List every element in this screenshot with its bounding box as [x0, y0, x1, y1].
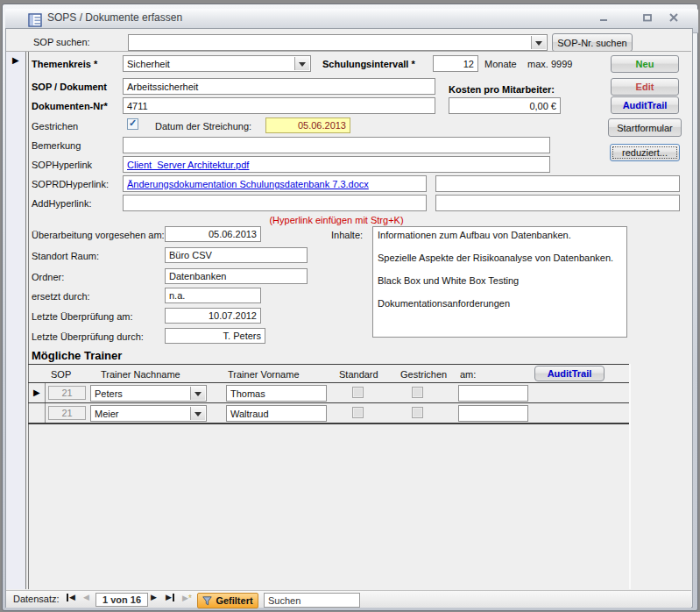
form-icon [28, 13, 42, 27]
close-icon [668, 12, 679, 23]
reduziert-button[interactable]: reduziert... [610, 144, 680, 161]
max-hint-label: max. 9999 [527, 59, 572, 69]
neu-button[interactable]: Neu [611, 55, 679, 73]
add-hyperlink-field-2[interactable] [435, 195, 680, 211]
trainer-row-nachname-value: Peters [95, 388, 123, 399]
soprd-hyperlink-field[interactable]: Änderungsdokumentation Schulungsdatenban… [123, 175, 427, 192]
sop-dokument-field[interactable]: Arbeitssicherheit [123, 78, 435, 95]
trainer-table-top-border [28, 364, 630, 365]
col-standard: Standard [339, 369, 378, 380]
ersetzt-label: ersetzt durch: [32, 291, 90, 302]
trainer-header-border [28, 382, 630, 383]
kosten-label: Kosten pro Mitarbeiter: [449, 84, 555, 95]
chevron-down-icon[interactable] [294, 57, 309, 70]
close-button[interactable] [662, 10, 685, 25]
soprd-hyperlink-link[interactable]: Änderungsdokumentation Schulungsdatenban… [127, 179, 369, 189]
record-navigation-bar: Datensatz: ◀ ◀ 1 von 16 ▶ ▶ ▶* Gefiltert… [6, 590, 691, 608]
trainer-row-am-field[interactable] [458, 385, 528, 402]
trainer-row-nachname-combobox[interactable]: Meier [90, 405, 207, 422]
trainer-row-standard-checkbox[interactable] [352, 387, 364, 398]
minimize-icon [598, 12, 609, 23]
previous-record-button[interactable]: ◀ [83, 594, 89, 601]
header-divider [6, 51, 691, 52]
chevron-down-icon[interactable] [190, 387, 205, 400]
trainer-row-gestrichen-checkbox[interactable] [412, 407, 423, 418]
datum-streichung-field[interactable]: 05.06.2013 [265, 117, 350, 133]
trainer-row-standard-checkbox[interactable] [352, 407, 364, 418]
schulungsintervall-field[interactable]: 12 [433, 55, 478, 72]
maximize-button[interactable] [636, 10, 659, 25]
filter-toggle-button[interactable]: Gefiltert [197, 593, 258, 608]
trainer-audittrail-button[interactable]: AuditTrail [534, 366, 605, 381]
application-window: SOPS / Dokumente erfassen SOP suchen: SO… [0, 0, 700, 612]
record-selector-column[interactable] [6, 52, 25, 589]
inhalte-textarea[interactable]: Informationen zum Aufbau von Datenbanken… [372, 226, 627, 338]
add-hyperlink-field[interactable] [123, 195, 427, 211]
trainer-row-divider [28, 402, 630, 403]
sop-suchen-combobox[interactable] [128, 34, 548, 51]
minimize-button[interactable] [592, 10, 615, 25]
selector-divider [25, 52, 26, 589]
gestrichen-label: Gestrichen [32, 121, 78, 132]
sop-dokument-label: SOP / Dokument [32, 82, 107, 92]
maximize-icon [642, 12, 653, 23]
letzte-am-field[interactable]: 10.07.2012 [165, 308, 261, 324]
trainer-current-record-arrow-icon: ▶ [33, 388, 40, 397]
window-title: SOPS / Dokumente erfassen [47, 11, 182, 24]
next-record-button[interactable]: ▶ [151, 594, 157, 601]
soprd-hyperlink-field-2[interactable] [435, 175, 680, 192]
kosten-field[interactable]: 0,00 € [449, 97, 561, 114]
trainer-row-vorname-field[interactable]: Waltraud [226, 405, 327, 422]
gestrichen-checkbox[interactable] [127, 118, 138, 130]
letzte-durch-label: Letzte Überprüfung durch: [32, 331, 144, 342]
last-record-button[interactable]: ▶ [166, 594, 175, 601]
themenkreis-combobox[interactable]: Sicherheit [123, 55, 311, 72]
ueberarbeitung-field[interactable]: 05.06.2013 [165, 226, 261, 242]
standort-field[interactable]: Büro CSV [165, 247, 308, 263]
trainer-row-sop: 21 [48, 406, 86, 420]
chevron-down-icon[interactable] [190, 407, 205, 420]
record-search-input[interactable]: Suchen [264, 593, 360, 608]
filter-label: Gefiltert [216, 595, 252, 606]
edit-button[interactable]: Edit [611, 78, 679, 96]
sop-nr-suchen-button[interactable]: SOP-Nr. suchen [552, 33, 633, 52]
current-record-arrow-icon: ▶ [12, 56, 19, 65]
subform-right-edge [629, 364, 631, 589]
trainer-row-am-field[interactable] [458, 405, 528, 422]
col-nachname: Trainer Nachname [101, 369, 180, 380]
bemerkung-field[interactable] [123, 137, 550, 153]
trainer-table-bottom-border [28, 423, 630, 424]
letzte-am-label: Letzte Überprüfung am: [32, 311, 133, 322]
trainer-row-vorname-field[interactable]: Thomas [226, 385, 327, 402]
funnel-icon [202, 596, 212, 606]
sop-suchen-label: SOP suchen: [33, 37, 90, 47]
datum-streichung-label: Datum der Streichung: [155, 121, 251, 132]
trainer-row-nachname-combobox[interactable]: Peters [90, 385, 207, 402]
audittrail-button[interactable]: AuditTrail [611, 96, 679, 114]
first-record-button[interactable]: ◀ [66, 594, 75, 601]
dokumenten-nr-field[interactable]: 4711 [123, 97, 435, 114]
dokumenten-nr-label: Dokumenten-Nr* [32, 101, 108, 111]
themenkreis-label: Themenkreis * [32, 59, 97, 69]
col-vorname: Trainer Vorname [228, 369, 300, 380]
startformular-button[interactable]: Startformular [608, 118, 682, 137]
ordner-label: Ordner: [32, 272, 64, 282]
col-sop: SOP [51, 369, 71, 380]
selector-divider-2 [28, 52, 29, 589]
soprd-hyperlink-label: SOPRDHyperlink: [32, 179, 109, 189]
sop-hyperlink-field[interactable]: Client_Server Architektur.pdf [123, 156, 550, 173]
record-position-box[interactable]: 1 von 16 [95, 593, 148, 607]
ersetzt-field[interactable]: n.a. [165, 288, 261, 303]
ueberarbeitung-label: Überarbeitung vorgesehen am: [32, 230, 165, 240]
ordner-field[interactable]: Datenbanken [165, 268, 308, 284]
sop-hyperlink-link[interactable]: Client_Server Architektur.pdf [127, 160, 249, 170]
sop-hyperlink-label: SOPHyperlink [32, 160, 92, 170]
col-am: am: [460, 369, 476, 380]
inhalte-label: Inhalte: [331, 230, 363, 240]
trainer-row-gestrichen-checkbox[interactable] [412, 387, 423, 398]
new-record-button[interactable]: ▶* [182, 594, 192, 603]
chevron-down-icon[interactable] [531, 36, 546, 49]
datensatz-label: Datensatz: [13, 594, 60, 604]
letzte-durch-field[interactable]: T. Peters [165, 328, 265, 344]
monate-label: Monate [484, 59, 517, 69]
